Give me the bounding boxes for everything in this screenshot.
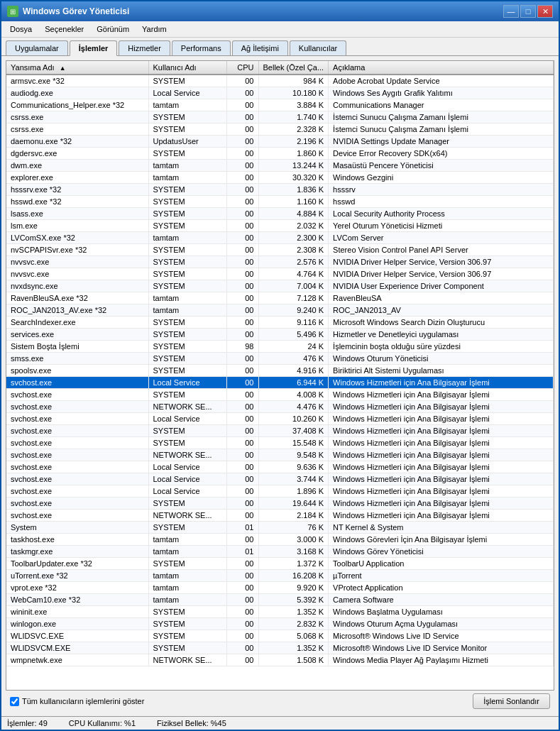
tab-uygulamalar[interactable]: Uygulamalar: [6, 40, 68, 55]
show-all-users-label[interactable]: Tüm kullanıcıların işlemlerini göster: [10, 697, 144, 706]
table-row[interactable]: spoolsv.exeSYSTEM004.916 KBiriktirici Al…: [6, 365, 554, 377]
tab-kullanicilar[interactable]: Kullanıcılar: [290, 40, 346, 55]
cell-memory: 16.208 K: [258, 570, 329, 582]
table-row[interactable]: LVComSX.exe *32tamtam002.300 KLVCom Serv…: [6, 232, 554, 244]
col-header-cpu[interactable]: CPU: [226, 61, 258, 75]
col-header-desc[interactable]: Açıklama: [329, 61, 554, 75]
table-row[interactable]: svchost.exeSYSTEM004.008 KWindows Hizmet…: [6, 389, 554, 401]
tab-islemler[interactable]: İşlemler: [70, 40, 118, 56]
cell-process-name: spoolsv.exe: [6, 365, 148, 377]
end-task-button[interactable]: İşlemi Sonlandır: [473, 693, 550, 709]
cell-memory: 5.068 K: [258, 630, 329, 642]
table-row[interactable]: winlogon.exeSYSTEM002.832 KWindows Oturu…: [6, 618, 554, 630]
table-row[interactable]: nvvsvc.exeSYSTEM002.576 KNVIDIA Driver H…: [6, 256, 554, 268]
process-table-container[interactable]: Yansıma Adı ▲ Kullanıcı Adı CPU Bellek (…: [6, 60, 554, 691]
cell-description: Microsoft Windows Search Dizin Oluşturuc…: [329, 317, 554, 329]
table-row[interactable]: nvxdsync.exeSYSTEM007.004 KNVIDIA User E…: [6, 280, 554, 292]
minimize-button[interactable]: —: [503, 5, 519, 18]
table-row[interactable]: hsssrv.exe *32SYSTEM001.836 Khsssrv: [6, 184, 554, 196]
table-row[interactable]: uTorrent.exe *32tamtam0016.208 KµTorrent: [6, 570, 554, 582]
cell-user: SYSTEM: [148, 244, 226, 256]
table-row[interactable]: svchost.exeSYSTEM0015.548 KWindows Hizme…: [6, 437, 554, 449]
table-row[interactable]: ToolbarUpdater.exe *32SYSTEM001.372 KToo…: [6, 558, 554, 570]
table-row[interactable]: svchost.exeLocal Service001.896 KWindows…: [6, 485, 554, 498]
menu-secenekler[interactable]: Seçenekler: [39, 23, 89, 35]
show-all-checkbox[interactable]: [10, 697, 19, 706]
table-row[interactable]: WLIDSVCM.EXESYSTEM001.352 KMicrosoft® Wi…: [6, 642, 554, 654]
table-row[interactable]: lsm.exeSYSTEM002.032 KYerel Oturum Yönet…: [6, 220, 554, 232]
cell-memory: 15.548 K: [258, 437, 329, 449]
cell-memory: 4.764 K: [258, 268, 329, 280]
table-row[interactable]: Sistem Boşta İşlemiSYSTEM9824 Kİşlemcini…: [6, 341, 554, 353]
table-row[interactable]: nvvsvc.exeSYSTEM004.764 KNVIDIA Driver H…: [6, 268, 554, 280]
table-row[interactable]: smss.exeSYSTEM00476 KWindows Oturum Yöne…: [6, 353, 554, 365]
cell-user: SYSTEM: [148, 280, 226, 292]
table-row[interactable]: services.exeSYSTEM005.496 KHizmetler ve …: [6, 329, 554, 341]
process-table: Yansıma Adı ▲ Kullanıcı Adı CPU Bellek (…: [6, 61, 554, 666]
table-row[interactable]: svchost.exeNETWORK SE...004.476 KWindows…: [6, 401, 554, 413]
cell-user: SYSTEM: [148, 522, 226, 534]
table-row[interactable]: daemonu.exe *32UpdatusUser002.196 KNVIDI…: [6, 136, 554, 148]
menu-dosya[interactable]: Dosya: [4, 23, 38, 35]
cell-description: NVIDIA Settings Update Manager: [329, 136, 554, 148]
table-row[interactable]: RavenBleuSA.exe *32tamtam007.128 KRavenB…: [6, 292, 554, 304]
cell-description: hsssrv: [329, 184, 554, 196]
maximize-button[interactable]: □: [520, 5, 536, 18]
table-row[interactable]: lsass.exeSYSTEM004.884 KLocal Security A…: [6, 208, 554, 220]
table-row[interactable]: WLIDSVC.EXESYSTEM005.068 KMicrosoft® Win…: [6, 630, 554, 642]
table-row[interactable]: svchost.exeLocal Service006.944 KWindows…: [6, 377, 554, 389]
table-row[interactable]: explorer.exetamtam0030.320 KWindows Gezg…: [6, 172, 554, 184]
table-row[interactable]: SearchIndexer.exeSYSTEM009.116 KMicrosof…: [6, 317, 554, 329]
cell-process-name: svchost.exe: [6, 473, 148, 485]
table-row[interactable]: svchost.exeSYSTEM0037.408 KWindows Hizme…: [6, 425, 554, 437]
table-row[interactable]: svchost.exeSYSTEM0019.644 KWindows Hizme…: [6, 498, 554, 510]
cell-user: SYSTEM: [148, 220, 226, 232]
cell-cpu: 00: [226, 292, 258, 304]
table-row[interactable]: taskmgr.exetamtam013.168 KWindows Görev …: [6, 546, 554, 558]
menu-yardim[interactable]: Yardım: [136, 23, 172, 35]
tab-performans[interactable]: Performans: [172, 40, 231, 55]
table-row[interactable]: svchost.exeLocal Service003.744 KWindows…: [6, 473, 554, 485]
table-row[interactable]: taskhost.exetamtam003.000 KWindows Görev…: [6, 534, 554, 546]
cell-process-name: WLIDSVCM.EXE: [6, 642, 148, 654]
close-button[interactable]: ✕: [537, 5, 553, 18]
cell-description: Windows Hizmetleri için Ana Bilgisayar İ…: [329, 510, 554, 522]
col-header-user[interactable]: Kullanıcı Adı: [148, 61, 226, 75]
table-row[interactable]: svchost.exeLocal Service009.636 KWindows…: [6, 461, 554, 473]
cell-description: Biriktirici Alt Sistemi Uygulaması: [329, 365, 554, 377]
menu-gorunum[interactable]: Görünüm: [91, 23, 135, 35]
cell-user: Local Service: [148, 485, 226, 498]
col-header-mem[interactable]: Bellek (Özel Ça...: [258, 61, 329, 75]
cell-description: ToolbarU Application: [329, 558, 554, 570]
table-row[interactable]: wmpnetwk.exeNETWORK SE...001.508 KWindow…: [6, 654, 554, 666]
table-row[interactable]: WebCam10.exe *32tamtam005.392 KCamera So…: [6, 594, 554, 606]
cell-process-name: svchost.exe: [6, 425, 148, 437]
table-row[interactable]: csrss.exeSYSTEM001.740 Kİstemci Sunucu Ç…: [6, 111, 554, 123]
cell-user: SYSTEM: [148, 317, 226, 329]
table-row[interactable]: svchost.exeNETWORK SE...002.184 KWindows…: [6, 510, 554, 522]
tab-hizmetler[interactable]: Hizmetler: [119, 40, 170, 55]
table-row[interactable]: dwm.exetamtam0013.244 KMasaüstü Pencere …: [6, 160, 554, 172]
table-row[interactable]: csrss.exeSYSTEM002.328 Kİstemci Sunucu Ç…: [6, 123, 554, 136]
cell-cpu: 00: [226, 317, 258, 329]
table-row[interactable]: vprot.exe *32tamtam009.920 KVProtect App…: [6, 582, 554, 594]
cell-description: ROC_JAN2013_AV: [329, 304, 554, 317]
table-row[interactable]: wininit.exeSYSTEM001.352 KWindows Başlat…: [6, 606, 554, 618]
table-body: armsvc.exe *32SYSTEM00984 KAdobe Acrobat…: [6, 75, 554, 666]
table-row[interactable]: audiodg.exeLocal Service0010.180 KWindow…: [6, 87, 554, 99]
table-row[interactable]: SystemSYSTEM0176 KNT Kernel & System: [6, 522, 554, 534]
tab-ag-iletisimi[interactable]: Ağ İletişimi: [232, 40, 288, 55]
table-row[interactable]: armsvc.exe *32SYSTEM00984 KAdobe Acrobat…: [6, 75, 554, 87]
cell-process-name: wmpnetwk.exe: [6, 654, 148, 666]
table-row[interactable]: svchost.exeNETWORK SE...009.548 KWindows…: [6, 449, 554, 461]
table-row[interactable]: svchost.exeLocal Service0010.260 KWindow…: [6, 413, 554, 425]
table-row[interactable]: dgdersvc.exeSYSTEM001.860 KDevice Error …: [6, 148, 554, 160]
col-header-name[interactable]: Yansıma Adı ▲: [6, 61, 148, 75]
table-row[interactable]: nvSCPAPISvr.exe *32SYSTEM002.308 KStereo…: [6, 244, 554, 256]
table-row[interactable]: ROC_JAN2013_AV.exe *32tamtam009.240 KROC…: [6, 304, 554, 317]
status-memory: Fiziksel Bellek: %45: [157, 719, 226, 727]
table-row[interactable]: hsswd.exe *32SYSTEM001.160 Khsswd: [6, 196, 554, 208]
cell-memory: 76 K: [258, 522, 329, 534]
table-row[interactable]: Communications_Helper.exe *32tamtam003.8…: [6, 99, 554, 111]
cell-description: Device Error Recovery SDK(x64): [329, 148, 554, 160]
